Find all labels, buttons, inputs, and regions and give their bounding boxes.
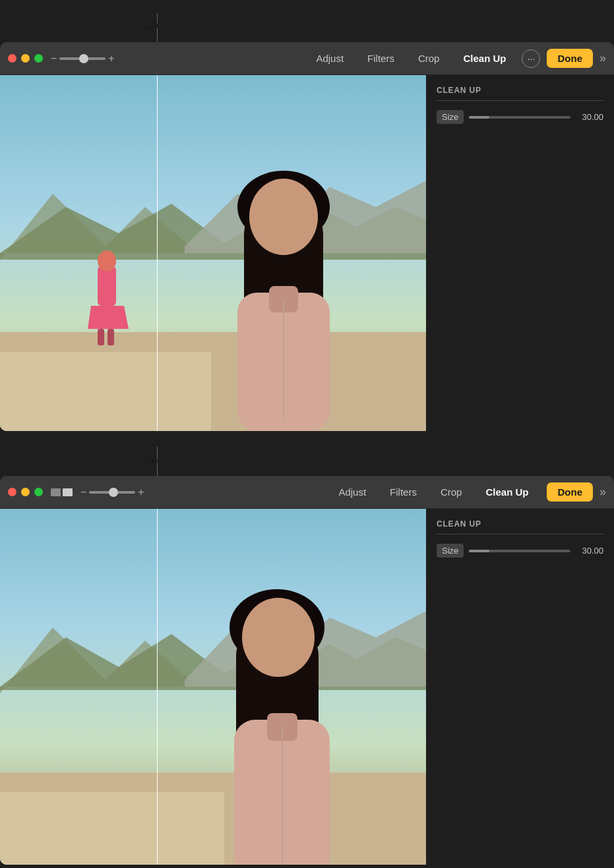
after-zoom-minus-icon[interactable]: − [80, 486, 86, 498]
cleanup-panel-title: CLEAN UP [437, 86, 603, 95]
panel-divider [437, 100, 603, 101]
zoom-control: − + [51, 53, 115, 65]
before-side-panel: CLEAN UP Size 30.00 [426, 75, 614, 431]
more-options-button[interactable]: ··· [522, 49, 540, 68]
after-filters-button[interactable]: Filters [378, 482, 429, 502]
after-adjust-button[interactable]: Adjust [326, 482, 378, 502]
after-size-label: Size [437, 544, 464, 558]
svg-rect-8 [98, 266, 116, 306]
after-woman-figure-group [230, 589, 330, 865]
after-image-area: CLEAN UP Size 30.00 [0, 509, 614, 865]
zoom-slider[interactable] [59, 57, 106, 60]
zoom-plus-icon[interactable]: + [108, 53, 114, 65]
before-panel: − + Adjust Filters Crop Clean Up ··· Don… [0, 42, 614, 431]
svg-point-15 [249, 179, 318, 255]
svg-marker-10 [88, 306, 129, 329]
woman-figure-group [237, 171, 330, 431]
after-zoom-slider[interactable] [89, 491, 135, 494]
after-size-row: Size 30.00 [437, 544, 603, 558]
close-button[interactable] [8, 54, 16, 63]
svg-rect-5 [0, 352, 211, 431]
chevron-right-icon[interactable]: » [599, 51, 606, 65]
after-done-button[interactable]: Done [547, 482, 593, 502]
after-zoom-control: − + [80, 486, 144, 498]
after-minimize-button[interactable] [21, 488, 30, 496]
after-zoom-plus-icon[interactable]: + [138, 486, 144, 498]
adjust-button[interactable]: Adjust [304, 49, 355, 68]
after-crop-button[interactable]: Crop [429, 482, 474, 502]
after-photo [0, 509, 426, 865]
size-label: Size [437, 110, 464, 124]
after-photo-svg [0, 509, 426, 865]
after-toolbar: − + Adjust Filters Crop Clean Up Done » [0, 476, 614, 509]
after-panel-divider [437, 534, 603, 535]
filters-button[interactable]: Filters [355, 49, 406, 68]
svg-rect-11 [98, 329, 104, 345]
fullscreen-button[interactable] [34, 54, 43, 63]
minimize-button[interactable] [21, 54, 30, 63]
after-cleanup-button[interactable]: Clean Up [474, 482, 540, 502]
svg-rect-12 [107, 329, 114, 345]
after-toolbar-nav: Adjust Filters Crop Clean Up [326, 482, 540, 502]
after-fullscreen-button[interactable] [34, 488, 43, 496]
after-traffic-lights [8, 488, 43, 496]
after-close-button[interactable] [8, 488, 16, 496]
after-panel: − + Adjust Filters Crop Clean Up Done » [0, 476, 614, 865]
before-photo [0, 75, 426, 431]
done-button[interactable]: Done [547, 49, 593, 68]
svg-point-9 [98, 250, 116, 272]
size-slider[interactable] [469, 116, 570, 119]
ellipsis-icon: ··· [528, 53, 536, 64]
after-side-panel: CLEAN UP Size 30.00 [426, 509, 614, 865]
after-size-value: 30.00 [576, 546, 603, 556]
traffic-lights [8, 54, 43, 63]
after-cleanup-panel-title: CLEAN UP [437, 519, 603, 529]
zoom-minus-icon[interactable]: − [51, 53, 57, 65]
compare-icons [51, 488, 73, 496]
size-row: Size 30.00 [437, 110, 603, 124]
toolbar-nav: Adjust Filters Crop Clean Up [304, 49, 518, 68]
cleanup-button[interactable]: Clean Up [451, 49, 518, 68]
after-chevron-right-icon[interactable]: » [599, 485, 606, 499]
before-toolbar: − + Adjust Filters Crop Clean Up ··· Don… [0, 42, 614, 75]
before-label: قبل [142, 18, 159, 31]
crop-button[interactable]: Crop [406, 49, 452, 68]
after-label: بعد [146, 452, 159, 465]
before-photo-svg [0, 75, 426, 431]
svg-point-29 [242, 598, 315, 677]
svg-rect-24 [0, 792, 224, 865]
compare-single-icon[interactable] [51, 488, 61, 496]
before-image-area: CLEAN UP Size 30.00 [0, 75, 614, 431]
size-value: 30.00 [576, 112, 603, 122]
after-size-slider[interactable] [469, 550, 570, 552]
compare-split-icon[interactable] [63, 488, 73, 496]
